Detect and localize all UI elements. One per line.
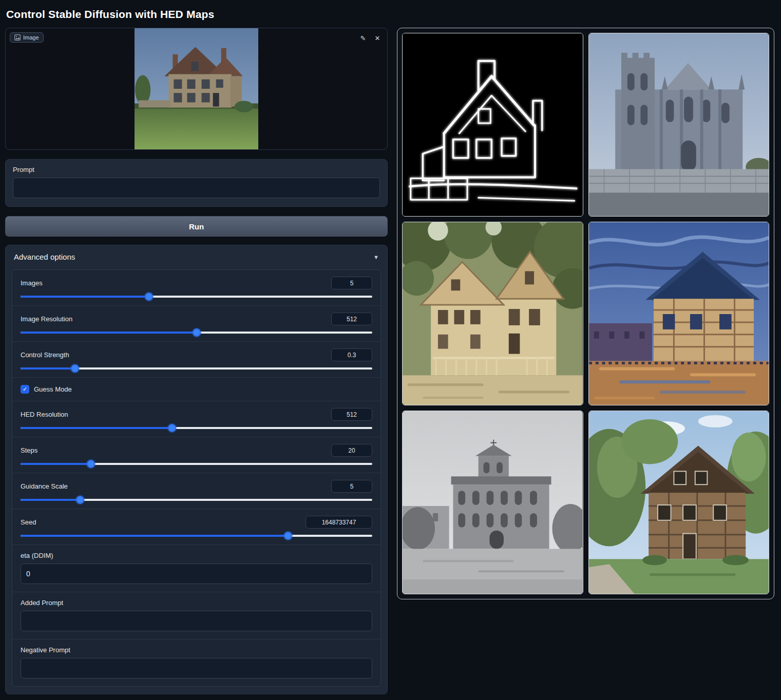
images-slider[interactable] bbox=[21, 296, 372, 298]
slider-handle[interactable] bbox=[284, 532, 292, 540]
steps-slider[interactable] bbox=[21, 463, 372, 465]
image-resolution-slider-row: Image Resolution bbox=[12, 306, 380, 342]
cathedral-image bbox=[589, 33, 769, 216]
slider-handle[interactable] bbox=[193, 328, 201, 337]
added-prompt-label: Added Prompt bbox=[21, 599, 372, 607]
guidance-scale-label: Guidance Scale bbox=[21, 482, 68, 490]
image-resolution-value-input[interactable] bbox=[331, 313, 372, 325]
gallery-item-cathedral[interactable] bbox=[588, 33, 770, 217]
victorian-house-image bbox=[403, 222, 583, 405]
hed-resolution-slider-row: HED Resolution bbox=[12, 401, 380, 437]
prompt-block: Prompt bbox=[5, 159, 388, 207]
images-label: Images bbox=[21, 279, 43, 287]
guess-mode-label: Guess Mode bbox=[34, 385, 72, 393]
output-gallery bbox=[397, 28, 774, 599]
gallery-item-painterly-house[interactable] bbox=[588, 222, 770, 405]
gallery-item-victorian-house[interactable] bbox=[402, 222, 583, 405]
seed-slider-row: Seed bbox=[12, 509, 380, 545]
eta-label: eta (DDIM) bbox=[21, 552, 372, 559]
guess-mode-checkbox[interactable]: ✓ Guess Mode bbox=[12, 378, 380, 401]
image-input-block: Image ✎ ✕ bbox=[5, 28, 388, 150]
image-label: Image bbox=[23, 34, 39, 41]
eta-input[interactable] bbox=[21, 563, 372, 584]
slider-handle[interactable] bbox=[76, 496, 84, 504]
prompt-label: Prompt bbox=[13, 166, 380, 173]
image-label-chip: Image bbox=[10, 32, 44, 43]
checkbox-check-icon: ✓ bbox=[21, 385, 29, 394]
guidance-scale-value-input[interactable] bbox=[331, 480, 372, 493]
slider-handle[interactable] bbox=[168, 424, 176, 432]
hed-resolution-label: HED Resolution bbox=[21, 411, 68, 418]
image-resolution-slider[interactable] bbox=[21, 332, 372, 334]
run-button[interactable]: Run bbox=[5, 216, 388, 237]
hed-edge-map-image bbox=[403, 33, 583, 216]
images-value-input[interactable] bbox=[331, 277, 372, 289]
seed-slider[interactable] bbox=[21, 535, 372, 537]
seed-value-input[interactable] bbox=[306, 516, 372, 529]
grayscale-building-image bbox=[403, 411, 583, 594]
country-house-image bbox=[589, 411, 769, 594]
control-strength-value-input[interactable] bbox=[331, 348, 372, 361]
uploaded-house-photo bbox=[135, 28, 258, 149]
seed-label: Seed bbox=[21, 518, 36, 526]
uploaded-image-stage[interactable] bbox=[6, 28, 387, 149]
hed-resolution-value-input[interactable] bbox=[331, 408, 372, 421]
negative-prompt-field-row: Negative Prompt bbox=[12, 639, 380, 686]
advanced-options-block: Advanced options ▼ Images Image Resoluti… bbox=[5, 245, 388, 694]
page-title: Control Stable Diffusion with HED Maps bbox=[0, 0, 781, 28]
steps-value-input[interactable] bbox=[331, 444, 372, 457]
guidance-scale-slider[interactable] bbox=[21, 499, 372, 501]
eta-field-row: eta (DDIM) bbox=[12, 545, 380, 592]
guidance-scale-slider-row: Guidance Scale bbox=[12, 473, 380, 509]
hed-resolution-slider[interactable] bbox=[21, 427, 372, 429]
slider-handle[interactable] bbox=[145, 293, 153, 301]
advanced-options-body: Images Image Resolution bbox=[12, 269, 381, 687]
advanced-options-title: Advanced options bbox=[14, 252, 75, 261]
gallery-item-grayscale-building[interactable] bbox=[402, 411, 583, 594]
gallery-item-country-house[interactable] bbox=[588, 411, 770, 594]
slider-handle[interactable] bbox=[87, 460, 95, 468]
control-strength-label: Control Strength bbox=[21, 351, 69, 359]
controls-column: Image ✎ ✕ bbox=[5, 28, 388, 694]
accordion-caret-icon: ▼ bbox=[373, 254, 379, 260]
steps-slider-row: Steps bbox=[12, 437, 380, 473]
edit-image-button[interactable]: ✎ bbox=[357, 32, 369, 44]
painterly-house-image bbox=[589, 222, 769, 405]
added-prompt-field-row: Added Prompt bbox=[12, 592, 380, 639]
advanced-options-accordion[interactable]: Advanced options ▼ bbox=[6, 245, 387, 268]
steps-label: Steps bbox=[21, 446, 37, 454]
negative-prompt-label: Negative Prompt bbox=[21, 646, 372, 654]
gallery-item-hed-edge-map[interactable] bbox=[402, 33, 583, 217]
control-strength-slider-row: Control Strength bbox=[12, 342, 380, 378]
prompt-input[interactable] bbox=[13, 178, 380, 198]
images-slider-row: Images bbox=[12, 270, 380, 306]
clear-image-button[interactable]: ✕ bbox=[372, 32, 383, 44]
control-strength-slider[interactable] bbox=[21, 367, 372, 370]
image-resolution-label: Image Resolution bbox=[21, 315, 72, 323]
added-prompt-input[interactable] bbox=[21, 611, 372, 631]
image-icon bbox=[14, 34, 21, 41]
negative-prompt-input[interactable] bbox=[21, 658, 372, 678]
slider-handle[interactable] bbox=[71, 364, 79, 373]
